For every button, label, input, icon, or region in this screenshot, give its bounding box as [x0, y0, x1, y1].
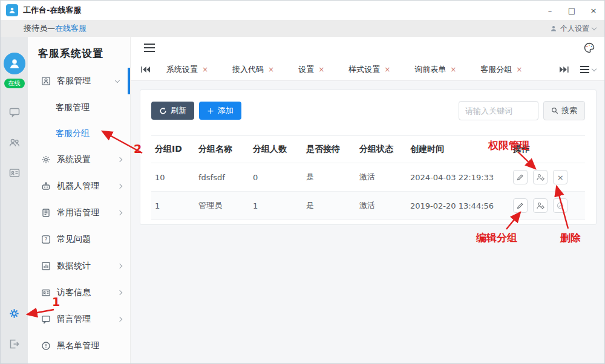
search-button[interactable]: 搜索	[543, 101, 585, 120]
question-icon: ?	[41, 235, 51, 244]
cell-accepting: 是	[302, 192, 356, 220]
sidebar-subitem-service-manage[interactable]: 客服管理	[28, 94, 130, 120]
cell-status: 激活	[356, 192, 407, 220]
sidebar-subitem-label: 客服管理	[56, 102, 90, 113]
gear-icon	[41, 155, 51, 164]
search-label: 搜索	[561, 105, 577, 116]
edit-group-button[interactable]	[513, 198, 528, 213]
tab-system-settings[interactable]: 系统设置×	[166, 64, 208, 75]
blacklist-icon	[41, 341, 51, 351]
main-topbar	[131, 37, 604, 59]
tab-embed-code[interactable]: 接入代码×	[232, 64, 274, 75]
tab-pre-chat-form[interactable]: 询前表单×	[414, 64, 456, 75]
chat-icon[interactable]	[8, 106, 21, 119]
delete-disabled-button[interactable]	[553, 198, 567, 213]
cell-status: 激活	[356, 163, 407, 192]
tab-list-dropdown[interactable]	[580, 66, 596, 73]
left-rail: 在线	[1, 37, 28, 363]
pencil-icon	[517, 174, 524, 181]
edit-group-button[interactable]	[513, 170, 528, 184]
close-button[interactable]: ×	[583, 1, 604, 20]
sidebar-subitem-service-groups[interactable]: 客服分组	[28, 120, 130, 146]
cell-accepting: 是	[302, 163, 356, 192]
personal-settings-menu[interactable]: 个人设置	[550, 24, 596, 34]
phrases-icon	[41, 208, 51, 218]
cell-created: 2024-04-03 22:19:33	[407, 163, 509, 192]
cell-group-name: fdsfsdf	[195, 163, 249, 192]
avatar[interactable]	[4, 53, 25, 74]
delete-group-button[interactable]: ×	[553, 170, 567, 184]
block-icon	[557, 202, 564, 209]
sidebar-item-label: 常用语管理	[57, 207, 99, 218]
sidebar-item-label: 客服管理	[57, 76, 91, 86]
tab-service-groups[interactable]: 客服分组×	[480, 64, 522, 75]
close-icon[interactable]: ×	[384, 65, 390, 74]
sidebar-item-visitor-info[interactable]: 访客信息	[28, 279, 130, 306]
collapse-menu-icon[interactable]	[144, 44, 155, 52]
sidebar-item-label: 常见问题	[57, 234, 91, 245]
skip-to-last-tab-icon[interactable]	[559, 66, 569, 73]
titlebar: 工作台-在线客服 – □ ×	[1, 1, 604, 20]
tab-strip: 系统设置× 接入代码× 设置× 样式设置× 询前表单× 客服分组×	[166, 64, 546, 75]
minimize-button[interactable]: –	[539, 1, 561, 20]
search-input[interactable]	[459, 101, 538, 120]
contacts-icon[interactable]	[8, 137, 21, 149]
close-icon[interactable]: ×	[268, 65, 274, 74]
tabbar: 系统设置× 接入代码× 设置× 样式设置× 询前表单× 客服分组×	[131, 59, 604, 81]
close-icon[interactable]: ×	[450, 65, 456, 74]
sidebar-title: 客服系统设置	[28, 37, 130, 68]
column-header-actions: 操作	[509, 136, 585, 163]
refresh-button[interactable]: 刷新	[151, 102, 194, 120]
chevron-right-icon	[117, 264, 122, 268]
groups-table: 分组ID 分组名称 分组人数 是否接待 分组状态 创建时间 操作 10 fdsf…	[151, 135, 585, 220]
logout-icon[interactable]	[8, 338, 20, 350]
window-controls: – □ ×	[539, 1, 604, 20]
column-header-group-name: 分组名称	[195, 136, 249, 163]
theme-palette-icon[interactable]	[584, 42, 595, 53]
sidebar-item-robot-manage[interactable]: 机器人管理	[28, 173, 130, 200]
agent-prefix: 接待员—	[24, 24, 55, 33]
agent-service-link[interactable]: 在线客服	[55, 24, 87, 33]
add-button[interactable]: + 添加	[199, 102, 241, 120]
sidebar-item-faq[interactable]: ? 常见问题	[28, 226, 130, 253]
column-header-accepting: 是否接待	[302, 136, 356, 163]
close-icon[interactable]: ×	[202, 65, 208, 74]
tab-label: 接入代码	[232, 64, 264, 75]
skip-to-first-tab-icon[interactable]	[140, 66, 151, 73]
sidebar-item-statistics[interactable]: 数据统计	[28, 253, 130, 279]
user-icon	[550, 25, 557, 32]
permission-manage-button[interactable]	[533, 198, 548, 213]
chevron-right-icon	[117, 157, 122, 162]
id-card-icon[interactable]	[8, 167, 21, 179]
permission-manage-button[interactable]	[533, 170, 548, 184]
settings-gear-icon[interactable]	[8, 307, 21, 320]
maximize-button[interactable]: □	[561, 1, 583, 20]
chevron-down-icon	[592, 25, 597, 30]
close-icon[interactable]: ×	[318, 65, 324, 74]
cell-group-name: 管理员	[195, 192, 249, 220]
chevron-right-icon	[117, 317, 122, 322]
close-icon[interactable]: ×	[516, 65, 522, 74]
status-badge[interactable]: 在线	[4, 79, 25, 88]
agent-bar: 接待员—在线客服 个人设置	[1, 20, 604, 37]
refresh-icon	[159, 107, 167, 115]
search-group: 搜索	[459, 101, 585, 120]
user-gear-icon	[537, 202, 544, 209]
cell-created: 2019-02-20 13:44:56	[407, 192, 509, 220]
search-icon	[551, 107, 558, 114]
service-manage-icon	[41, 76, 51, 86]
column-header-status: 分组状态	[356, 136, 407, 163]
main-area: 系统设置× 接入代码× 设置× 样式设置× 询前表单× 客服分组× 刷新 +	[131, 37, 604, 363]
sidebar-item-messages[interactable]: 留言管理	[28, 306, 130, 333]
sidebar-item-blacklist[interactable]: 黑名单管理	[28, 333, 130, 359]
sidebar-item-system-settings[interactable]: 系统设置	[28, 146, 130, 173]
sidebar: 客服系统设置 客服管理 客服管理 客服分组 系统设置 机器人管理 常用语管理	[28, 37, 131, 363]
personal-settings-label: 个人设置	[560, 24, 589, 34]
groups-panel: 刷新 + 添加 搜索 分组ID	[140, 89, 597, 225]
column-header-member-count: 分组人数	[249, 136, 302, 163]
tab-settings[interactable]: 设置×	[298, 64, 324, 75]
sidebar-item-phrases-manage[interactable]: 常用语管理	[28, 200, 130, 226]
sidebar-item-service-manage[interactable]: 客服管理	[28, 68, 130, 94]
cell-group-id: 10	[151, 163, 195, 192]
tab-style-settings[interactable]: 样式设置×	[348, 64, 390, 75]
